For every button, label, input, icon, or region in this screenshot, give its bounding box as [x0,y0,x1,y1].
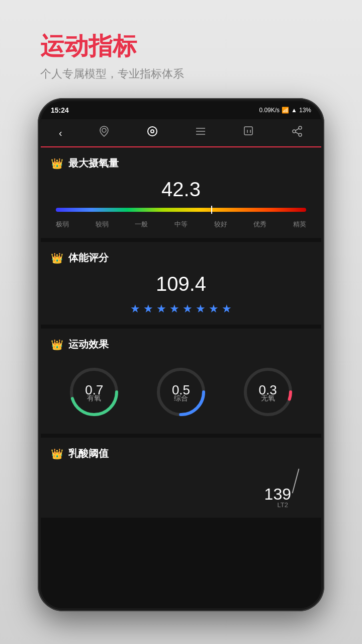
page-subtitle: 个人专属模型，专业指标体系 [40,66,184,82]
svg-point-1 [148,127,157,136]
rainbow-indicator [211,206,212,214]
crown-icon-vo2max: 👑 [51,157,63,170]
effect-circles: 0.7 有氧 0.5 综合 [51,359,311,425]
exercise-effect-title: 运动效果 [68,338,109,351]
stars-row: ★ ★ ★ ★ ★ ★ ★ ★ [51,302,311,315]
rainbow-bar-container [56,208,306,212]
fitness-value: 109.4 [51,273,311,295]
star-2: ★ [143,302,153,315]
scale-中等: 中等 [174,220,188,229]
star-1: ★ [130,302,140,315]
scale-极弱: 极弱 [56,220,69,229]
lactate-label: LT2 [278,501,288,509]
vo2max-section: 👑 最大摄氧量 42.3 极弱 较弱 一般 中等 较好 优秀 精英 [41,147,321,238]
svg-point-0 [102,128,106,132]
status-bar: 15:24 0.09K/s 📶 ▲ 13% [41,101,321,119]
crown-icon-fitness: 👑 [51,252,63,264]
comprehensive-label: 综合 [174,394,188,403]
search-icon[interactable] [243,125,255,140]
svg-line-13 [296,129,299,131]
crown-icon-lactate: 👑 [51,448,63,460]
fitness-section: 👑 体能评分 109.4 ★ ★ ★ ★ ★ ★ ★ ★ [41,242,321,325]
star-6: ★ [196,302,206,315]
svg-point-11 [299,133,302,136]
scale-较好: 较好 [214,220,227,229]
vo2max-value: 42.3 [51,178,311,201]
scale-优秀: 优秀 [253,220,266,229]
phone-frame: 15:24 0.09K/s 📶 ▲ 13% ‹ [38,98,324,611]
comprehensive-circle: 0.5 综合 [153,364,209,420]
list-icon[interactable] [195,125,207,140]
lactate-line [292,469,300,494]
fitness-title: 体能评分 [68,251,109,265]
fitness-header: 👑 体能评分 [51,251,311,265]
active-indicator [173,146,189,147]
svg-point-10 [293,130,296,133]
scale-labels: 极弱 较弱 一般 中等 较好 优秀 精英 [56,220,306,229]
nav-bar: ‹ [41,119,321,147]
vo2max-title: 最大摄氧量 [68,156,119,170]
exercise-effect-section: 👑 运动效果 0.7 有氧 [41,329,321,434]
crown-icon-effect: 👑 [51,339,63,351]
star-8: ★ [222,302,232,315]
lactate-section: 👑 乳酸阈值 139 LT2 [41,438,321,518]
star-7: ★ [209,302,219,315]
star-3: ★ [156,302,166,315]
status-time: 15:24 [51,106,69,114]
bluetooth-icon: 📶 [282,107,289,114]
battery: 13% [299,107,311,114]
comprehensive-circle-wrap: 0.5 综合 [153,364,209,420]
activity-icon[interactable] [146,125,158,140]
exercise-effect-header: 👑 运动效果 [51,338,311,351]
aerobic-circle-wrap: 0.7 有氧 [66,364,122,420]
map-icon[interactable] [98,125,110,140]
phone-content: 👑 最大摄氧量 42.3 极弱 较弱 一般 中等 较好 优秀 精英 [41,147,321,608]
aerobic-circle: 0.7 有氧 [66,364,122,420]
network-speed: 0.09K/s [259,107,280,114]
phone-inner: 15:24 0.09K/s 📶 ▲ 13% ‹ [41,101,321,608]
page-header: 运动指标 个人专属模型，专业指标体系 [40,30,184,82]
scale-较弱: 较弱 [96,220,109,229]
anaerobic-label: 无氧 [261,394,275,403]
back-button[interactable]: ‹ [59,127,62,139]
lactate-chart-area: 139 LT2 [51,468,311,509]
svg-point-2 [151,130,154,133]
status-right: 0.09K/s 📶 ▲ 13% [259,107,311,114]
lactate-header: 👑 乳酸阈值 [51,447,311,460]
wifi-icon: ▲ [291,107,297,114]
anaerobic-circle: 0.3 无氧 [240,364,296,420]
share-icon[interactable] [291,125,303,140]
vo2max-header: 👑 最大摄氧量 [51,156,311,170]
svg-rect-6 [244,127,252,135]
scale-精英: 精英 [293,220,306,229]
aerobic-label: 有氧 [87,394,101,403]
page-title: 运动指标 [40,30,184,62]
svg-line-12 [296,132,299,134]
svg-point-9 [299,126,302,129]
scale-一般: 一般 [135,220,148,229]
lactate-title: 乳酸阈值 [68,447,109,460]
star-4: ★ [169,302,179,315]
rainbow-bar [56,208,306,212]
anaerobic-circle-wrap: 0.3 无氧 [240,364,296,420]
star-5: ★ [183,302,193,315]
